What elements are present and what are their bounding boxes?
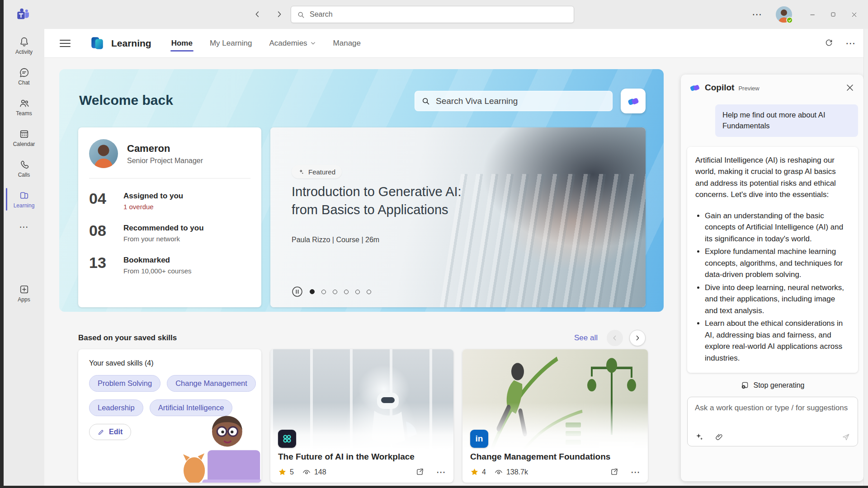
copilot-response: Artificial Intelligence (AI) is reshapin… [687, 147, 858, 373]
hamburger-menu-icon[interactable] [60, 38, 71, 49]
phone-icon [19, 159, 30, 170]
chevron-right-icon [634, 334, 641, 342]
stop-generating-button[interactable]: Stop generating [681, 380, 863, 390]
saved-skills-title: Your saved skills (4) [89, 359, 250, 367]
send-icon[interactable] [841, 432, 850, 441]
course-more-icon[interactable]: ⋯ [631, 470, 640, 474]
scrollbar-track[interactable] [863, 29, 868, 486]
sidebar-item-chat[interactable]: Chat [4, 62, 44, 90]
titlebar-more-icon[interactable]: ⋯ [748, 9, 766, 20]
course-rating: 5 [290, 468, 294, 476]
carousel-dot-3[interactable] [333, 290, 337, 294]
sidebar-label: Activity [15, 49, 33, 55]
welcome-title: Welcome back [79, 93, 173, 108]
course-rating: 4 [482, 468, 486, 476]
copilot-response-bullets: Gain an understanding of the basic conce… [695, 210, 850, 364]
stop-icon [740, 380, 750, 390]
course-card-change-management[interactable]: in Change Management Foundations 4 138.7… [462, 349, 648, 483]
tab-home[interactable]: Home [170, 30, 193, 57]
tab-my-learning[interactable]: My Learning [209, 30, 253, 57]
share-icon[interactable] [609, 467, 619, 477]
carousel-next-button[interactable] [629, 330, 646, 346]
sidebar-item-calls[interactable]: Calls [4, 155, 44, 183]
copilot-icon [689, 82, 701, 94]
provider-badge-icon [278, 430, 296, 448]
skills-illustration [160, 403, 261, 483]
nav-back-icon[interactable] [251, 8, 263, 20]
stat-recommended[interactable]: 08 Recommended to you From your network [89, 223, 250, 243]
viva-learning-logo [90, 36, 105, 51]
profile-card: Cameron Senior Project Manager 04 Assign… [78, 127, 261, 307]
course-card-future-of-ai[interactable]: The Future of AI in the Workplace 5 148 … [270, 349, 453, 483]
divider [89, 178, 250, 178]
sidebar-label: Teams [16, 110, 32, 117]
skill-chip[interactable]: Change Management [167, 375, 256, 392]
course-views: 138.7k [506, 468, 528, 476]
tab-manage[interactable]: Manage [332, 30, 362, 57]
course-more-icon[interactable]: ⋯ [436, 470, 446, 474]
skill-chip[interactable]: Problem Solving [89, 375, 160, 392]
sidebar-item-apps[interactable]: Apps [4, 279, 44, 307]
carousel-dot-6[interactable] [367, 290, 371, 294]
close-icon[interactable] [844, 5, 864, 23]
see-all-link[interactable]: See all [574, 333, 598, 343]
course-title: Change Management Foundations [470, 452, 640, 462]
copilot-launch-button[interactable] [621, 89, 646, 113]
close-icon[interactable] [844, 82, 855, 93]
nav-forward-icon[interactable] [273, 8, 285, 20]
refresh-icon[interactable] [824, 38, 834, 48]
chevron-left-icon [611, 334, 618, 342]
calendar-icon [19, 128, 30, 140]
sidebar-item-learning[interactable]: Learning [4, 185, 44, 213]
copilot-panel: Copilot Preview Help me find out more ab… [681, 75, 863, 481]
app-tabs: Home My Learning Academies Manage [170, 30, 362, 57]
titlebar: ⋯ [4, 0, 868, 29]
profile-role: Senior Project Manager [127, 157, 203, 165]
course-image-fade [270, 349, 453, 483]
featured-course-card[interactable]: Featured Introduction to Generative AI: … [270, 127, 646, 307]
minimize-icon[interactable] [802, 5, 823, 23]
global-search-input[interactable] [310, 10, 568, 19]
copilot-input-box[interactable] [687, 397, 858, 446]
user-avatar[interactable] [776, 6, 792, 23]
carousel-pause-icon[interactable] [292, 286, 303, 297]
sparkle-icon [298, 169, 305, 175]
chat-icon [19, 67, 30, 78]
maximize-icon[interactable] [823, 5, 844, 23]
copilot-response-intro: Artificial Intelligence (AI) is reshapin… [695, 155, 850, 201]
app-rail: Activity Chat Teams Calendar Calls Learn… [4, 29, 44, 486]
sidebar-item-activity[interactable]: Activity [4, 32, 44, 60]
carousel-dot-2[interactable] [321, 290, 326, 294]
skill-chip[interactable]: Leadership [89, 399, 143, 416]
edit-skills-button[interactable]: Edit [89, 424, 131, 440]
share-icon[interactable] [415, 467, 425, 477]
carousel-prev-button[interactable] [607, 330, 623, 346]
sidebar-label: Learning [14, 202, 35, 209]
copilot-preview-badge: Preview [738, 85, 759, 92]
linkedin-badge-icon: in [470, 430, 488, 448]
learning-book-icon [19, 190, 30, 201]
course-image-fade [462, 349, 648, 483]
global-search[interactable] [291, 6, 574, 23]
tab-academies[interactable]: Academies [268, 30, 316, 57]
carousel-dot-4[interactable] [344, 290, 349, 294]
profile-avatar [89, 139, 118, 168]
sidebar-item-calendar[interactable]: Calendar [4, 124, 44, 152]
sidebar-item-teams[interactable]: Teams [4, 93, 44, 121]
attach-paperclip-icon[interactable] [715, 432, 724, 441]
copilot-user-message: Help me find out more about AI Fundament… [715, 104, 858, 137]
carousel-dot-5[interactable] [355, 290, 360, 294]
sidebar-label: Chat [18, 80, 29, 86]
viva-search-input[interactable] [415, 91, 613, 111]
appbar-more-icon[interactable]: ⋯ [845, 38, 855, 49]
copilot-input[interactable] [695, 403, 850, 429]
teams-logo-icon [16, 7, 30, 21]
viva-search[interactable] [415, 91, 613, 111]
app-title: Learning [111, 38, 151, 49]
stat-assigned[interactable]: 04 Assigned to you 1 overdue [89, 191, 250, 211]
carousel-dot-1[interactable] [310, 289, 315, 294]
prompts-sparkle-icon[interactable] [695, 432, 704, 441]
pencil-icon [98, 428, 105, 436]
stat-bookmarked[interactable]: 13 Bookmarked From 10,000+ courses [89, 255, 250, 275]
sidebar-more-icon[interactable]: ⋯ [4, 218, 44, 236]
